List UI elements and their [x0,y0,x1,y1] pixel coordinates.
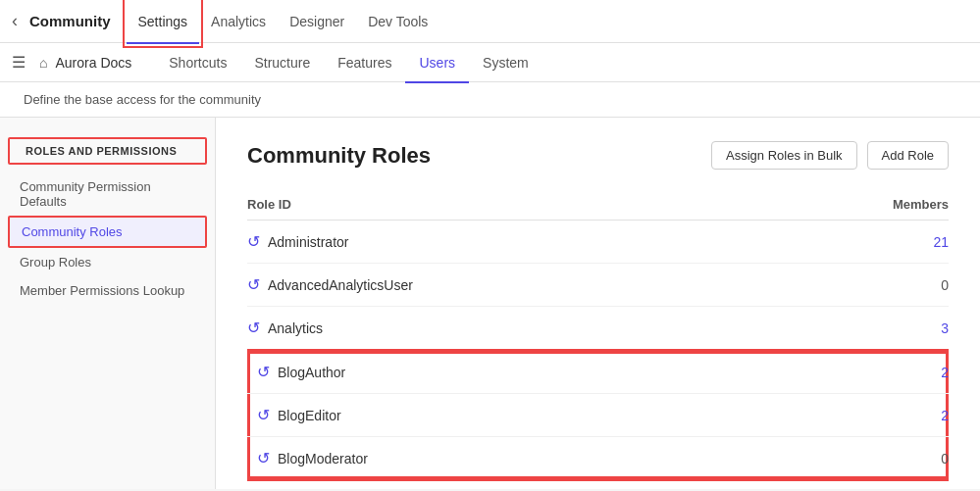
table-row[interactable]: ↺Administrator21 [247,221,949,264]
role-icon: ↺ [257,363,270,381]
table-header-row: Role ID Members [247,189,949,221]
role-name: Analytics [268,320,323,336]
role-name: BlogAuthor [278,365,345,380]
banner: Define the base access for the community [0,82,980,118]
add-role-button[interactable]: Add Role [867,141,949,170]
role-members: 0 [771,437,949,481]
role-members: 1 [771,480,949,489]
table-row[interactable]: ↺AdvancedAnalyticsUser0 [247,264,949,307]
role-icon: ↺ [257,406,270,424]
col-role-id: Role ID [247,189,771,221]
role-members: 2 [771,350,949,394]
app-name: Community [29,13,111,29]
hamburger-icon[interactable]: ☰ [12,53,26,72]
col-members: Members [771,189,949,221]
sub-nav-tab-users[interactable]: Users [405,44,469,83]
sub-nav-tab-structure[interactable]: Structure [240,44,324,83]
roles-table: Role ID Members ↺Administrator21↺Advance… [247,189,949,489]
role-name: BlogModerator [278,451,368,466]
role-name-cell: ↺AdvancedAnalyticsUser [247,264,771,307]
role-name: Administrator [268,234,348,250]
role-icon: ↺ [247,232,260,251]
table-row[interactable]: ↺BlogPublisher1 [247,480,949,489]
sub-nav-tab-features[interactable]: Features [324,44,405,83]
content-header: Community Roles Assign Roles in Bulk Add… [247,141,949,170]
role-members: 3 [771,307,949,351]
roles-table-body: ↺Administrator21↺AdvancedAnalyticsUser0↺… [247,221,949,490]
role-icon: ↺ [247,319,260,337]
sub-nav-tab-system[interactable]: System [469,44,542,83]
page-title: Community Roles [247,143,431,169]
sidebar-section-title: ROLES AND PERMISSIONS [8,137,207,165]
role-name-cell: ↺BlogAuthor [247,350,771,394]
nav-tab-analytics[interactable]: Analytics [199,1,278,44]
sidebar: ROLES AND PERMISSIONS Community Permissi… [0,118,216,489]
nav-tabs: SettingsAnalyticsDesignerDev Tools [127,0,440,43]
table-row[interactable]: ↺BlogEditor2 [247,394,949,437]
role-name-cell: ↺BlogModerator [247,437,771,481]
home-icon: ⌂ [39,55,47,71]
nav-tab-designer[interactable]: Designer [278,1,356,44]
role-icon: ↺ [257,449,270,467]
top-nav: ‹ Community SettingsAnalyticsDesignerDev… [0,0,980,43]
sub-nav-tabs: ShortcutsStructureFeaturesUsersSystem [155,43,542,82]
role-members: 21 [771,221,949,264]
role-name-cell: ↺Analytics [247,307,771,351]
banner-text: Define the base access for the community [24,92,261,107]
main-layout: ROLES AND PERMISSIONS Community Permissi… [0,118,980,489]
role-members: 0 [771,264,949,307]
role-name-cell: ↺BlogEditor [247,394,771,437]
sidebar-item-community-roles[interactable]: Community Roles [8,216,207,248]
community-name: Aurora Docs [55,55,131,71]
sub-nav-tab-shortcuts[interactable]: Shortcuts [155,44,240,83]
sub-nav-left: ☰ ⌂ Aurora Docs [12,53,131,72]
assign-roles-button[interactable]: Assign Roles in Bulk [711,141,857,170]
role-icon: ↺ [247,275,260,294]
role-name: BlogEditor [278,408,341,423]
role-name-cell: ↺Administrator [247,221,771,264]
table-row[interactable]: ↺BlogAuthor2 [247,350,949,394]
sidebar-items: Community Permission DefaultsCommunity R… [0,172,215,305]
sidebar-item-member-permissions-lookup[interactable]: Member Permissions Lookup [0,276,215,305]
table-row[interactable]: ↺BlogModerator0 [247,437,949,481]
sidebar-item-group-roles[interactable]: Group Roles [0,248,215,276]
role-name: AdvancedAnalyticsUser [268,277,413,293]
role-members: 2 [771,394,949,437]
sub-nav: ☰ ⌂ Aurora Docs ShortcutsStructureFeatur… [0,43,980,82]
content-area: Community Roles Assign Roles in Bulk Add… [216,118,980,489]
sidebar-item-community-permission-defaults[interactable]: Community Permission Defaults [0,172,215,216]
nav-tab-settings[interactable]: Settings [127,1,200,44]
table-row[interactable]: ↺Analytics3 [247,307,949,351]
role-name-cell: ↺BlogPublisher [247,480,771,489]
nav-tab-devtools[interactable]: Dev Tools [356,1,439,44]
header-actions: Assign Roles in Bulk Add Role [711,141,949,170]
back-icon[interactable]: ‹ [12,11,18,31]
